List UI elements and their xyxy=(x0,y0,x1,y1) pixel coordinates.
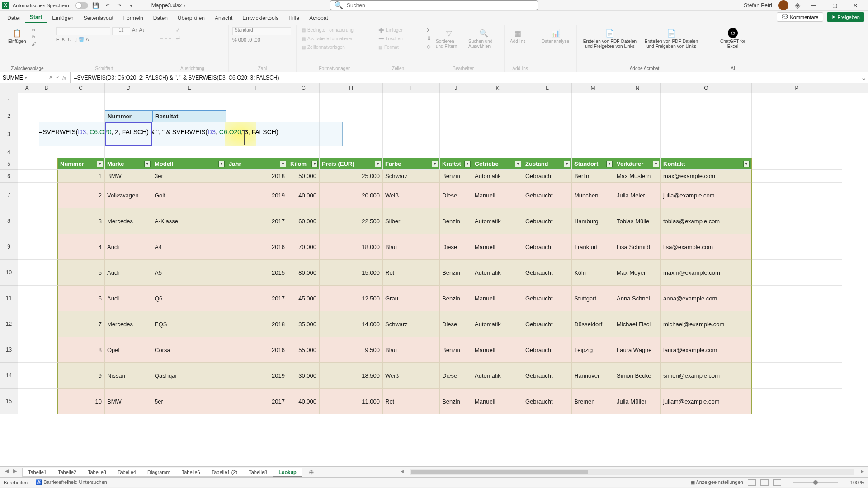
row-7[interactable]: 7 xyxy=(0,183,18,208)
cell[interactable]: Düsseldorf xyxy=(572,311,614,337)
cell[interactable]: 2017 xyxy=(226,286,288,311)
filter-icon[interactable]: ▾ xyxy=(515,161,521,167)
cell[interactable]: juliam@example.com xyxy=(661,389,752,414)
enter-icon[interactable]: ✓ xyxy=(56,75,60,80)
cell[interactable]: laura@example.com xyxy=(661,337,752,363)
hscroll-left[interactable]: ◀ xyxy=(399,469,406,475)
cell[interactable]: Corsa xyxy=(152,337,226,363)
cell[interactable]: 2018 xyxy=(226,170,288,183)
cell[interactable]: simon@example.com xyxy=(661,363,752,389)
insert-cells-button[interactable]: ➕Einfügen xyxy=(377,27,405,33)
expand-formula-icon[interactable]: ⌄ xyxy=(859,73,868,82)
cell[interactable]: Schwarz xyxy=(383,311,440,337)
table-row[interactable]: 9NissanQashqai201930.00018.500WeißDiesel… xyxy=(18,363,868,389)
cell[interactable]: Golf xyxy=(152,183,226,208)
cell[interactable]: 9.500 xyxy=(320,337,383,363)
cell[interactable]: 3 xyxy=(57,208,105,234)
table-row[interactable]: 8OpelCorsa201655.0009.500BlauBenzinManue… xyxy=(18,337,868,363)
horizontal-scrollbar[interactable] xyxy=(410,469,854,475)
format-table-button[interactable]: ▦Als Tabelle formatieren xyxy=(300,36,355,42)
cells-area[interactable]: Nummer Resultat =SVERWEIS(D3; C6:O20; 2;… xyxy=(18,93,868,466)
table-row[interactable]: 3MercedesA-Klasse201760.00022.500SilberB… xyxy=(18,208,868,234)
cell[interactable]: Blau xyxy=(383,234,440,260)
cell[interactable]: Gebraucht xyxy=(523,170,572,183)
sheet-nav-prev[interactable]: ◀ xyxy=(3,468,11,476)
cell[interactable]: Köln xyxy=(572,260,614,286)
tab-formeln[interactable]: Formeln xyxy=(119,13,148,23)
close-button[interactable]: ✕ xyxy=(848,0,863,10)
cell[interactable]: Benzin xyxy=(440,286,472,311)
cell[interactable]: 7 xyxy=(57,311,105,337)
cell[interactable]: anna@example.com xyxy=(661,286,752,311)
tab-ueberpruefen[interactable]: Überprüfen xyxy=(173,13,209,23)
cell[interactable]: Automatik xyxy=(472,311,523,337)
cell[interactable]: Gebraucht xyxy=(523,337,572,363)
col-P[interactable]: P xyxy=(752,83,842,93)
cell[interactable]: Manuell xyxy=(472,183,523,208)
sheet-tab[interactable]: Tabelle8 xyxy=(243,468,273,477)
comments-button[interactable]: 💬Kommentare xyxy=(777,12,823,22)
cell[interactable]: Volkswagen xyxy=(105,183,152,208)
cell-E2[interactable]: Resultat xyxy=(152,110,226,122)
filter-icon[interactable]: ▾ xyxy=(464,161,471,167)
col-K[interactable]: K xyxy=(472,83,523,93)
th-getriebe[interactable]: Getriebe▾ xyxy=(472,158,523,170)
cut-button[interactable]: ✂ xyxy=(30,27,38,33)
th-farbe[interactable]: Farbe▾ xyxy=(383,158,440,170)
cell[interactable]: 45.000 xyxy=(288,286,320,311)
paste-button[interactable]: 📋Einfügen xyxy=(6,27,28,45)
cell[interactable]: Tobias Mülle xyxy=(614,208,661,234)
cancel-icon[interactable]: ✕ xyxy=(49,75,53,80)
cell[interactable]: 6 xyxy=(57,286,105,311)
cell[interactable]: Diesel xyxy=(440,234,472,260)
tab-acrobat[interactable]: Acrobat xyxy=(305,13,332,23)
cell[interactable]: Automatik xyxy=(472,208,523,234)
cell[interactable]: Gebraucht xyxy=(523,286,572,311)
col-D[interactable]: D xyxy=(105,83,152,93)
data-analysis-button[interactable]: 📊Datenanalyse xyxy=(540,27,571,45)
status-accessibility[interactable]: ♿ Barrierefreiheit: Untersuchen xyxy=(36,479,107,485)
cell[interactable]: maxm@example.com xyxy=(661,260,752,286)
cell[interactable]: 2019 xyxy=(226,183,288,208)
table-row[interactable]: 10BMW5er201740.00011.000RotBenzinManuell… xyxy=(18,389,868,414)
autosave-toggle[interactable] xyxy=(75,2,88,9)
table-row[interactable]: 7MercedesEQS201835.00014.000SchwarzDiese… xyxy=(18,311,868,337)
filter-icon[interactable]: ▾ xyxy=(432,161,438,167)
cell[interactable]: Benzin xyxy=(440,208,472,234)
cell[interactable]: Automatik xyxy=(472,170,523,183)
cell[interactable]: Audi xyxy=(105,234,152,260)
table-row[interactable]: 4AudiA4201670.00018.000BlauDieselManuell… xyxy=(18,234,868,260)
col-M[interactable]: M xyxy=(572,83,614,93)
sheet-tab[interactable]: Tabelle4 xyxy=(112,468,142,477)
filter-icon[interactable]: ▾ xyxy=(743,161,750,167)
th-kontakt[interactable]: Kontakt▾ xyxy=(661,158,752,170)
th-preis[interactable]: Preis (EUR)▾ xyxy=(320,158,383,170)
cell[interactable]: 8 xyxy=(57,337,105,363)
cell[interactable]: Bremen xyxy=(572,389,614,414)
cell[interactable]: 60.000 xyxy=(288,208,320,234)
cell[interactable]: Automatik xyxy=(472,260,523,286)
cell[interactable]: Manuell xyxy=(472,337,523,363)
sheet-tab[interactable]: Lookup xyxy=(273,468,302,477)
user-name[interactable]: Stefan Petri xyxy=(744,2,772,9)
cell[interactable]: Diesel xyxy=(440,311,472,337)
cell[interactable]: Nissan xyxy=(105,363,152,389)
cell[interactable]: Grau xyxy=(383,286,440,311)
tab-start[interactable]: Start xyxy=(25,12,47,23)
col-B[interactable]: B xyxy=(36,83,57,93)
search-input[interactable] xyxy=(347,2,534,9)
share-pdf-button[interactable]: 📄Erstellen von PDF-Dateien und Freigeben… xyxy=(642,27,701,50)
th-nummer[interactable]: Nummer▾ xyxy=(57,158,105,170)
row-4[interactable]: 4 xyxy=(0,146,18,158)
maximize-button[interactable]: ▢ xyxy=(827,0,842,10)
sort-filter-button[interactable]: ▽Sortieren und Filtern xyxy=(434,27,464,50)
zoom-slider[interactable] xyxy=(793,482,838,483)
cell[interactable]: Michael Fiscl xyxy=(614,311,661,337)
col-A[interactable]: A xyxy=(18,83,36,93)
cell[interactable]: Julia Meier xyxy=(614,183,661,208)
cell[interactable]: Diesel xyxy=(440,183,472,208)
col-J[interactable]: J xyxy=(440,83,472,93)
col-E[interactable]: E xyxy=(152,83,226,93)
row-14[interactable]: 14 xyxy=(0,363,18,389)
cond-format-button[interactable]: ▦Bedingte Formatierung xyxy=(300,27,355,33)
